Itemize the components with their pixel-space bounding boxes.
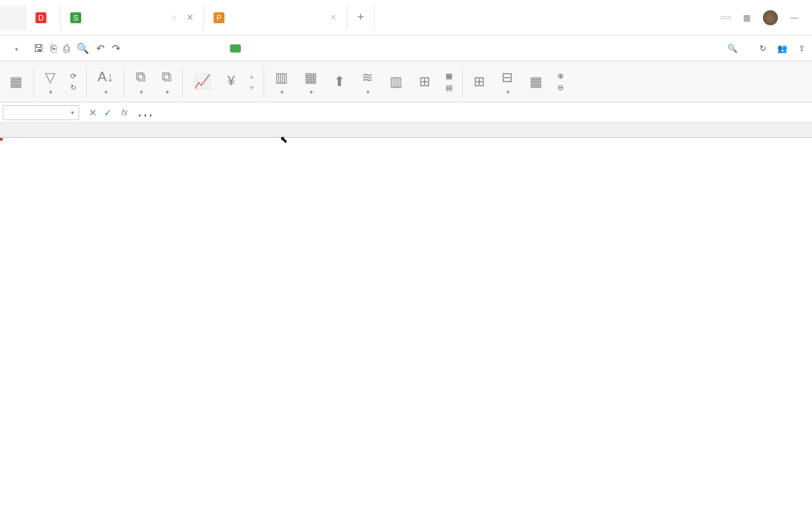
tab-pptx[interactable]: P ✕ — [204, 5, 347, 30]
file-menu[interactable]: ▾ — [7, 40, 25, 56]
tab-xlsx[interactable]: S ○ ✕ — [61, 5, 204, 30]
consolidate-button[interactable]: ⊞ — [414, 72, 436, 91]
split-button[interactable]: ▥▾ — [270, 68, 293, 96]
stock-button[interactable]: 📈 — [188, 72, 216, 91]
menu-vip[interactable] — [323, 44, 334, 53]
tab-home[interactable] — [0, 5, 26, 30]
validity-button[interactable]: ≋▾ — [356, 68, 379, 96]
tab-dot-icon: ○ — [171, 12, 177, 23]
showall-button[interactable]: ⟳ — [70, 72, 76, 81]
menu-view[interactable] — [276, 44, 287, 53]
sync-button[interactable]: ↻ — [759, 44, 766, 53]
sort-button[interactable]: A↓▾ — [92, 68, 119, 96]
compare-button[interactable]: ⧉▾ — [156, 68, 177, 96]
menu-review[interactable] — [253, 44, 264, 53]
coop-button[interactable]: 👥 — [777, 44, 787, 53]
undo-icon[interactable]: ↶ — [96, 42, 105, 55]
menu-daoqi[interactable] — [346, 44, 357, 53]
xlsx-icon: S — [70, 12, 81, 23]
spreadsheet-grid[interactable]: ⬉ — [0, 123, 812, 138]
subtotal-button[interactable]: ▦ — [524, 72, 548, 91]
dropdown-button[interactable]: ▥ — [384, 72, 408, 91]
name-box[interactable]: ▾ — [3, 105, 79, 120]
dup-button[interactable]: ⧉▾ — [130, 68, 151, 96]
menubar: ▾ 🖫 ⎘ ⎙ 🔍 ↶ ↷ 🔍 ↻ 👥 ⇪ — [0, 36, 812, 61]
formula-input[interactable]: ,,, — [133, 107, 812, 117]
ribbon: ▦ ▽▾ ⟳ ↻ A↓▾ ⧉▾ ⧉▾ 📈 ¥ ▴▾ ▥▾ ▦▾ ⬆ ≋▾ ▥ ⊞… — [0, 61, 812, 102]
menu-layout[interactable] — [184, 44, 194, 53]
share-button[interactable]: ⇪ — [798, 44, 805, 53]
menu-data[interactable] — [230, 44, 241, 53]
filter-button[interactable]: ▽▾ — [40, 68, 61, 96]
grid-icon[interactable]: ▦ — [743, 13, 751, 23]
preview-icon[interactable]: 🔍 — [76, 42, 89, 55]
menu-formula[interactable] — [207, 44, 218, 53]
daoqi-icon: D — [35, 12, 46, 23]
quick-access: 🖫 ⎘ ⎙ 🔍 ↶ ↷ — [25, 42, 129, 55]
menu-tabs — [129, 44, 357, 53]
close-icon[interactable]: ✕ — [186, 12, 194, 23]
reapply-button[interactable]: ↻ — [70, 83, 76, 92]
fund-button[interactable]: ¥ — [222, 72, 240, 91]
print-icon[interactable]: ⎙ — [63, 42, 70, 54]
redo-icon[interactable]: ↷ — [112, 42, 121, 55]
save-icon[interactable]: 🖫 — [33, 42, 44, 54]
cancel-formula-icon[interactable]: ✕ — [89, 107, 97, 118]
menu-insert[interactable] — [160, 44, 171, 53]
menu-dev[interactable] — [300, 44, 310, 53]
menubar-right: 🔍 ↻ 👥 ⇪ — [727, 44, 805, 53]
formula-bar: ▾ ✕ ✓ fx ,,, — [0, 102, 812, 123]
range-highlight — [0, 138, 3, 141]
lookup-button[interactable]: ⬆ — [328, 72, 351, 91]
copy-icon[interactable]: ⎘ — [50, 42, 57, 54]
column-headers[interactable] — [0, 123, 812, 138]
fx-icon[interactable]: fx — [121, 108, 133, 117]
avatar[interactable] — [763, 10, 778, 25]
group-button[interactable]: ⊞ — [468, 72, 491, 91]
search-icon[interactable]: 🔍 — [727, 44, 738, 53]
close-icon[interactable]: ✕ — [330, 12, 337, 23]
pivot-button[interactable]: ▦ — [4, 72, 28, 91]
whatif-button[interactable]: ▦ — [446, 72, 452, 81]
form-button[interactable]: ▤ — [446, 83, 452, 92]
collapse-button[interactable]: ⊖ — [557, 83, 564, 92]
minimize-icon[interactable]: — — [790, 13, 798, 23]
tab-new[interactable]: + — [347, 5, 375, 30]
fill-button[interactable]: ▦▾ — [299, 68, 323, 96]
menu-start[interactable] — [137, 44, 148, 53]
titlebar-right: ▦ — — [721, 10, 812, 25]
accept-formula-icon[interactable]: ✓ — [104, 107, 112, 118]
titlebar: D S ○ ✕ P ✕ + ▦ — — [0, 0, 812, 36]
window-count[interactable] — [721, 16, 731, 19]
tab-daoqi[interactable]: D — [26, 5, 61, 30]
expand-button[interactable]: ⊕ — [557, 72, 564, 81]
ungroup-button[interactable]: ⊟▾ — [496, 68, 519, 96]
pptx-icon: P — [214, 12, 224, 23]
